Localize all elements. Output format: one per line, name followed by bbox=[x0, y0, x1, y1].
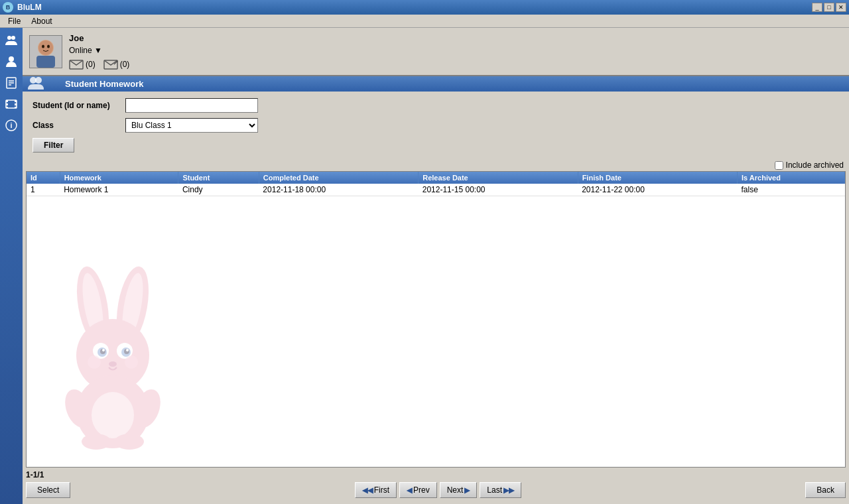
homework-table: Id Homework Student Completed Date Relea… bbox=[27, 172, 845, 196]
sidebar-item-person[interactable] bbox=[1, 52, 21, 72]
inbox-count: (0) bbox=[69, 59, 96, 70]
svg-point-36 bbox=[102, 349, 105, 351]
sidebar-item-users[interactable] bbox=[1, 31, 21, 50]
col-release-date[interactable]: Release Date bbox=[419, 172, 578, 184]
outbox-count: (0) bbox=[103, 59, 130, 70]
svg-point-38 bbox=[109, 361, 117, 367]
svg-point-35 bbox=[124, 349, 129, 354]
col-is-archived[interactable]: Is Archived bbox=[738, 172, 845, 184]
first-button[interactable]: ◀◀ First bbox=[355, 482, 397, 498]
close-button[interactable]: ✕ bbox=[836, 3, 846, 12]
bottom-bar: 1-1/1 Select ◀◀ First ◀ Prev Next ▶ bbox=[23, 468, 849, 504]
table-cell: Homework 1 bbox=[60, 184, 178, 196]
svg-point-33 bbox=[121, 347, 131, 357]
sidebar-item-info[interactable]: i bbox=[1, 115, 21, 135]
first-label: First bbox=[374, 485, 389, 495]
col-homework[interactable]: Homework bbox=[60, 172, 178, 184]
nav-row: Select ◀◀ First ◀ Prev Next ▶ bbox=[26, 482, 846, 498]
class-select[interactable]: Blu Class 1 Blu Class 2 bbox=[125, 118, 258, 133]
last-arrow-icon: ▶▶ bbox=[503, 486, 514, 495]
sidebar-item-notes[interactable] bbox=[1, 73, 21, 93]
svg-point-2 bbox=[9, 56, 14, 62]
svg-point-37 bbox=[126, 349, 129, 351]
status-indicator[interactable]: Online ▼ bbox=[69, 46, 102, 55]
prev-button[interactable]: ◀ Prev bbox=[399, 482, 437, 498]
filter-area: Student (Id or name) Class Blu Class 1 B… bbox=[23, 92, 849, 159]
table-cell: 2012-11-22 00:00 bbox=[578, 184, 737, 196]
menubar: File About bbox=[0, 15, 849, 28]
class-label: Class bbox=[33, 121, 119, 130]
last-button[interactable]: Last ▶▶ bbox=[480, 482, 521, 498]
status-row: Online ▼ bbox=[69, 46, 129, 55]
app-icon: B bbox=[3, 2, 13, 13]
svg-point-43 bbox=[60, 386, 96, 432]
col-finish-date[interactable]: Finish Date bbox=[578, 172, 737, 184]
next-button[interactable]: Next ▶ bbox=[440, 482, 478, 498]
avatar bbox=[29, 35, 62, 68]
svg-rect-11 bbox=[15, 100, 17, 102]
menu-about[interactable]: About bbox=[26, 15, 57, 27]
svg-rect-13 bbox=[15, 107, 17, 108]
class-row: Class Blu Class 1 Blu Class 2 bbox=[33, 118, 839, 133]
titlebar: B BluLM _ □ ✕ bbox=[0, 0, 849, 15]
back-button[interactable]: Back bbox=[805, 482, 846, 498]
col-id[interactable]: Id bbox=[27, 172, 60, 184]
student-input[interactable] bbox=[125, 98, 258, 113]
navigation-controls: ◀◀ First ◀ Prev Next ▶ Last ▶▶ bbox=[355, 482, 521, 498]
svg-point-30 bbox=[93, 343, 109, 359]
svg-point-44 bbox=[129, 386, 165, 432]
inbox-number: (0) bbox=[86, 60, 96, 69]
user-header: Joe Online ▼ (0) bbox=[23, 28, 849, 76]
svg-point-40 bbox=[125, 355, 138, 369]
table-cell: Cindy bbox=[178, 184, 259, 196]
select-button[interactable]: Select bbox=[26, 482, 70, 498]
table-cell: 2012-11-18 00:00 bbox=[259, 184, 418, 196]
next-arrow-icon: ▶ bbox=[464, 486, 470, 495]
svg-point-25 bbox=[72, 264, 114, 347]
sidebar-item-film[interactable] bbox=[1, 94, 21, 114]
last-label: Last bbox=[487, 485, 502, 495]
app-title: BluLM bbox=[17, 3, 42, 12]
table-cell: 1 bbox=[27, 184, 60, 196]
svg-rect-20 bbox=[36, 56, 55, 68]
svg-text:i: i bbox=[10, 121, 12, 129]
svg-point-34 bbox=[100, 349, 105, 354]
svg-point-24 bbox=[35, 77, 42, 84]
prev-arrow-icon: ◀ bbox=[407, 486, 412, 495]
svg-rect-10 bbox=[6, 107, 8, 108]
svg-point-1 bbox=[11, 36, 15, 40]
svg-point-41 bbox=[76, 375, 149, 448]
svg-point-46 bbox=[115, 434, 144, 450]
menu-file[interactable]: File bbox=[3, 15, 26, 27]
include-archived-label: Include archived bbox=[786, 160, 844, 170]
svg-point-32 bbox=[98, 347, 107, 357]
svg-point-31 bbox=[117, 343, 133, 359]
svg-rect-12 bbox=[15, 103, 17, 105]
window-controls: _ □ ✕ bbox=[812, 3, 846, 12]
col-student[interactable]: Student bbox=[178, 172, 259, 184]
table-cell: false bbox=[738, 184, 845, 196]
svg-point-27 bbox=[111, 264, 154, 347]
svg-point-39 bbox=[88, 355, 101, 369]
pagination-info: 1-1/1 bbox=[26, 469, 846, 481]
prev-label: Prev bbox=[413, 485, 430, 495]
sidebar: i bbox=[0, 28, 23, 504]
first-arrow-icon: ◀◀ bbox=[362, 486, 373, 495]
student-label: Student (Id or name) bbox=[33, 101, 119, 110]
table-area: Id Homework Student Completed Date Relea… bbox=[26, 171, 846, 468]
svg-rect-9 bbox=[6, 103, 8, 105]
minimize-button[interactable]: _ bbox=[812, 3, 822, 12]
svg-point-0 bbox=[7, 36, 11, 40]
svg-point-26 bbox=[79, 272, 107, 340]
svg-point-19 bbox=[47, 44, 50, 48]
student-row: Student (Id or name) bbox=[33, 98, 839, 113]
bunny-watermark bbox=[46, 253, 179, 454]
filter-button[interactable]: Filter bbox=[33, 138, 74, 153]
svg-point-28 bbox=[119, 272, 147, 340]
maximize-button[interactable]: □ bbox=[824, 3, 834, 12]
include-archived-checkbox[interactable] bbox=[775, 161, 783, 170]
table-row[interactable]: 1Homework 1Cindy2012-11-18 00:002012-11-… bbox=[27, 184, 845, 196]
col-completed-date[interactable]: Completed Date bbox=[259, 172, 418, 184]
panel-header: Student Homework bbox=[23, 76, 849, 92]
include-archived-row: Include archived bbox=[23, 159, 849, 171]
